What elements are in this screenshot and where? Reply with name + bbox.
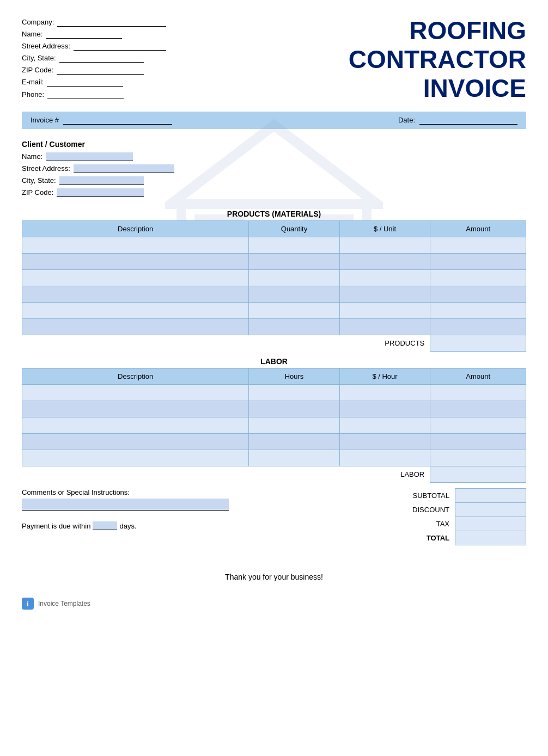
labor-desc-1[interactable] <box>22 385 249 401</box>
labor-rate-3[interactable] <box>339 417 430 434</box>
prod-unit-6[interactable] <box>339 319 430 335</box>
labor-hrs-2[interactable] <box>249 401 340 417</box>
tax-box[interactable] <box>455 517 526 531</box>
prod-qty-3[interactable] <box>249 270 340 286</box>
prod-unit-2[interactable] <box>339 254 430 270</box>
client-name-row: Name: <box>22 151 526 163</box>
grand-total-row: TOTAL <box>341 531 526 545</box>
labor-total-box[interactable] <box>430 466 526 483</box>
table-row <box>22 450 526 466</box>
contractor-city-label: City, State: <box>22 52 56 64</box>
labor-rate-5[interactable] <box>339 450 430 466</box>
subtotal-row: SUBTOTAL <box>341 489 526 503</box>
labor-amt-4[interactable] <box>430 434 526 450</box>
prod-amt-6[interactable] <box>430 319 526 335</box>
invoice-number-input[interactable] <box>63 116 172 125</box>
prod-unit-5[interactable] <box>339 303 430 319</box>
prod-amt-2[interactable] <box>430 254 526 270</box>
table-row <box>22 270 526 286</box>
prod-amt-1[interactable] <box>430 237 526 254</box>
discount-row: DISCOUNT <box>341 503 526 517</box>
invoice-title: ROOFING CONTRACTOR INVOICE <box>349 16 526 103</box>
contractor-phone-label: Phone: <box>22 89 44 101</box>
prod-unit-3[interactable] <box>339 270 430 286</box>
tax-row: TAX <box>341 517 526 531</box>
title-line2: CONTRACTOR <box>349 45 526 74</box>
client-city-input[interactable] <box>59 176 144 185</box>
payment-due-section: Payment is due within days. <box>22 521 319 530</box>
labor-rate-1[interactable] <box>339 385 430 401</box>
table-row <box>22 417 526 434</box>
labor-desc-2[interactable] <box>22 401 249 417</box>
date-input[interactable] <box>419 116 517 125</box>
invoice-bar: Invoice # Date: <box>22 112 526 129</box>
contractor-street-input[interactable] <box>74 42 166 51</box>
labor-rate-2[interactable] <box>339 401 430 417</box>
table-row <box>22 401 526 417</box>
contractor-name-input[interactable] <box>46 30 122 39</box>
labor-desc-4[interactable] <box>22 434 249 450</box>
prod-unit-4[interactable] <box>339 286 430 303</box>
comments-label: Comments or Special Instructions: <box>22 488 319 496</box>
prod-amt-5[interactable] <box>430 303 526 319</box>
payment-suffix: days. <box>119 522 136 530</box>
subtotal-box[interactable] <box>455 489 526 503</box>
prod-qty-1[interactable] <box>249 237 340 254</box>
labor-hrs-5[interactable] <box>249 450 340 466</box>
date-label: Date: <box>398 116 415 124</box>
products-section: PRODUCTS (MATERIALS) Description Quantit… <box>22 210 526 352</box>
client-name-input[interactable] <box>46 152 133 161</box>
labor-rate-4[interactable] <box>339 434 430 450</box>
grand-total-box[interactable] <box>455 531 526 545</box>
contractor-email-label: E-mail: <box>22 76 44 88</box>
prod-amt-3[interactable] <box>430 270 526 286</box>
contractor-zip-input[interactable] <box>57 66 144 75</box>
prod-desc-1[interactable] <box>22 237 249 254</box>
prod-qty-5[interactable] <box>249 303 340 319</box>
labor-amt-3[interactable] <box>430 417 526 434</box>
summary-table: SUBTOTAL DISCOUNT TAX TOTAL <box>341 488 526 545</box>
comments-input[interactable] <box>22 499 229 511</box>
labor-section-title: LABOR <box>22 357 526 366</box>
contractor-city-input[interactable] <box>59 54 144 63</box>
contractor-info: Company: Name: Street Address: City, Sta… <box>22 16 349 101</box>
labor-hrs-4[interactable] <box>249 434 340 450</box>
labor-hrs-3[interactable] <box>249 417 340 434</box>
labor-section: LABOR Description Hours $ / Hour Amount … <box>22 357 526 483</box>
city-row: City, State: <box>22 52 349 64</box>
labor-amt-5[interactable] <box>430 450 526 466</box>
company-label: Company: <box>22 16 54 28</box>
labor-hrs-1[interactable] <box>249 385 340 401</box>
prod-unit-1[interactable] <box>339 237 430 254</box>
prod-desc-4[interactable] <box>22 286 249 303</box>
payment-days-input[interactable] <box>93 521 117 530</box>
products-col-quantity: Quantity <box>249 221 340 237</box>
client-zip-input[interactable] <box>57 188 144 197</box>
invoice-number-label: Invoice # <box>31 116 59 124</box>
labor-desc-5[interactable] <box>22 450 249 466</box>
bottom-section: Comments or Special Instructions: Paymen… <box>22 488 526 545</box>
prod-desc-2[interactable] <box>22 254 249 270</box>
labor-amt-1[interactable] <box>430 385 526 401</box>
labor-total-label: LABOR <box>339 466 430 483</box>
prod-desc-6[interactable] <box>22 319 249 335</box>
contractor-phone-input[interactable] <box>47 90 124 99</box>
footer-text: Invoice Templates <box>38 600 90 607</box>
company-input[interactable] <box>57 18 166 27</box>
prod-amt-4[interactable] <box>430 286 526 303</box>
discount-box[interactable] <box>455 503 526 517</box>
labor-desc-3[interactable] <box>22 417 249 434</box>
labor-amt-2[interactable] <box>430 401 526 417</box>
client-street-input[interactable] <box>74 164 174 173</box>
prod-qty-2[interactable] <box>249 254 340 270</box>
prod-qty-4[interactable] <box>249 286 340 303</box>
title-line3: INVOICE <box>349 74 526 103</box>
prod-desc-3[interactable] <box>22 270 249 286</box>
contractor-zip-label: ZIP Code: <box>22 64 53 76</box>
prod-qty-6[interactable] <box>249 319 340 335</box>
contractor-email-input[interactable] <box>47 78 123 87</box>
products-total-box[interactable] <box>430 335 526 352</box>
prod-desc-5[interactable] <box>22 303 249 319</box>
payment-prefix: Payment is due within <box>22 522 90 530</box>
phone-row: Phone: <box>22 89 349 101</box>
